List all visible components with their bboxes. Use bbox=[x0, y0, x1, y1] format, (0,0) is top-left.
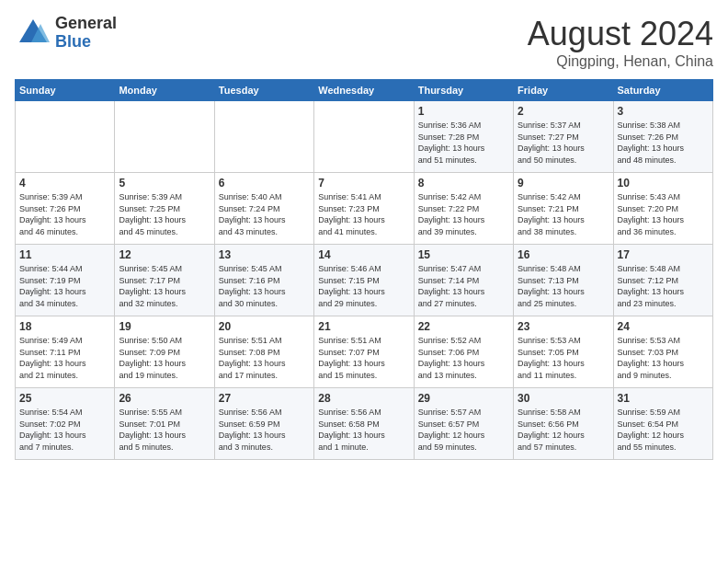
day-info: Sunrise: 5:42 AM Sunset: 7:22 PM Dayligh… bbox=[418, 191, 509, 237]
location-text: Qingping, Henan, China bbox=[528, 53, 713, 70]
weekday-header-wednesday: Wednesday bbox=[314, 80, 414, 101]
day-number: 30 bbox=[518, 392, 609, 405]
day-number: 20 bbox=[219, 320, 310, 333]
calendar-cell: 15Sunrise: 5:47 AM Sunset: 7:14 PM Dayli… bbox=[414, 245, 513, 316]
calendar-cell: 20Sunrise: 5:51 AM Sunset: 7:08 PM Dayli… bbox=[214, 316, 313, 388]
calendar-cell: 4Sunrise: 5:39 AM Sunset: 7:26 PM Daylig… bbox=[16, 173, 115, 245]
day-info: Sunrise: 5:52 AM Sunset: 7:06 PM Dayligh… bbox=[418, 335, 509, 381]
calendar-cell: 10Sunrise: 5:43 AM Sunset: 7:20 PM Dayli… bbox=[613, 173, 712, 245]
day-info: Sunrise: 5:53 AM Sunset: 7:05 PM Dayligh… bbox=[518, 335, 609, 381]
calendar-cell: 11Sunrise: 5:44 AM Sunset: 7:19 PM Dayli… bbox=[16, 245, 115, 316]
day-info: Sunrise: 5:57 AM Sunset: 6:57 PM Dayligh… bbox=[418, 407, 509, 453]
day-number: 7 bbox=[318, 177, 409, 190]
day-number: 8 bbox=[418, 177, 509, 190]
day-info: Sunrise: 5:56 AM Sunset: 6:58 PM Dayligh… bbox=[318, 407, 409, 453]
day-number: 15 bbox=[418, 248, 509, 261]
calendar-cell bbox=[115, 101, 214, 173]
weekday-header-thursday: Thursday bbox=[414, 80, 513, 101]
calendar-week-5: 25Sunrise: 5:54 AM Sunset: 7:02 PM Dayli… bbox=[16, 388, 713, 460]
calendar-cell: 18Sunrise: 5:49 AM Sunset: 7:11 PM Dayli… bbox=[16, 316, 115, 388]
day-number: 26 bbox=[119, 392, 210, 405]
calendar-cell: 22Sunrise: 5:52 AM Sunset: 7:06 PM Dayli… bbox=[414, 316, 513, 388]
day-info: Sunrise: 5:44 AM Sunset: 7:19 PM Dayligh… bbox=[19, 263, 110, 309]
month-title: August 2024 bbox=[528, 15, 713, 53]
day-info: Sunrise: 5:51 AM Sunset: 7:07 PM Dayligh… bbox=[318, 335, 409, 381]
day-number: 22 bbox=[418, 320, 509, 333]
day-info: Sunrise: 5:54 AM Sunset: 7:02 PM Dayligh… bbox=[19, 407, 110, 453]
day-info: Sunrise: 5:59 AM Sunset: 6:54 PM Dayligh… bbox=[618, 407, 709, 453]
page-header: General Blue August 2024 Qingping, Henan… bbox=[15, 15, 713, 70]
day-number: 4 bbox=[19, 177, 110, 190]
calendar-cell: 23Sunrise: 5:53 AM Sunset: 7:05 PM Dayli… bbox=[514, 316, 613, 388]
calendar-cell: 2Sunrise: 5:37 AM Sunset: 7:27 PM Daylig… bbox=[514, 101, 613, 173]
day-info: Sunrise: 5:37 AM Sunset: 7:27 PM Dayligh… bbox=[518, 120, 609, 166]
calendar-cell bbox=[16, 101, 115, 173]
day-number: 1 bbox=[418, 105, 509, 118]
day-info: Sunrise: 5:49 AM Sunset: 7:11 PM Dayligh… bbox=[19, 335, 110, 381]
calendar-week-3: 11Sunrise: 5:44 AM Sunset: 7:19 PM Dayli… bbox=[16, 245, 713, 316]
day-info: Sunrise: 5:51 AM Sunset: 7:08 PM Dayligh… bbox=[219, 335, 310, 381]
title-block: August 2024 Qingping, Henan, China bbox=[528, 15, 713, 70]
day-number: 19 bbox=[119, 320, 210, 333]
day-number: 31 bbox=[618, 392, 709, 405]
calendar-cell: 12Sunrise: 5:45 AM Sunset: 7:17 PM Dayli… bbox=[115, 245, 214, 316]
day-info: Sunrise: 5:56 AM Sunset: 6:59 PM Dayligh… bbox=[219, 407, 310, 453]
calendar-cell: 13Sunrise: 5:45 AM Sunset: 7:16 PM Dayli… bbox=[214, 245, 313, 316]
calendar-cell: 30Sunrise: 5:58 AM Sunset: 6:56 PM Dayli… bbox=[514, 388, 613, 460]
calendar-cell: 29Sunrise: 5:57 AM Sunset: 6:57 PM Dayli… bbox=[414, 388, 513, 460]
calendar-cell: 8Sunrise: 5:42 AM Sunset: 7:22 PM Daylig… bbox=[414, 173, 513, 245]
calendar-table: SundayMondayTuesdayWednesdayThursdayFrid… bbox=[15, 79, 713, 460]
day-info: Sunrise: 5:42 AM Sunset: 7:21 PM Dayligh… bbox=[518, 191, 609, 237]
day-info: Sunrise: 5:50 AM Sunset: 7:09 PM Dayligh… bbox=[119, 335, 210, 381]
day-info: Sunrise: 5:40 AM Sunset: 7:24 PM Dayligh… bbox=[219, 191, 310, 237]
weekday-header-sunday: Sunday bbox=[16, 80, 115, 101]
day-number: 21 bbox=[318, 320, 409, 333]
day-info: Sunrise: 5:58 AM Sunset: 6:56 PM Dayligh… bbox=[518, 407, 609, 453]
calendar-cell: 25Sunrise: 5:54 AM Sunset: 7:02 PM Dayli… bbox=[16, 388, 115, 460]
day-number: 27 bbox=[219, 392, 310, 405]
day-info: Sunrise: 5:47 AM Sunset: 7:14 PM Dayligh… bbox=[418, 263, 509, 309]
calendar-cell bbox=[214, 101, 313, 173]
weekday-header-monday: Monday bbox=[115, 80, 214, 101]
logo-icon bbox=[15, 15, 51, 52]
calendar-cell: 28Sunrise: 5:56 AM Sunset: 6:58 PM Dayli… bbox=[314, 388, 414, 460]
day-number: 12 bbox=[119, 248, 210, 261]
day-info: Sunrise: 5:55 AM Sunset: 7:01 PM Dayligh… bbox=[119, 407, 210, 453]
day-number: 28 bbox=[318, 392, 409, 405]
calendar-cell: 17Sunrise: 5:48 AM Sunset: 7:12 PM Dayli… bbox=[613, 245, 712, 316]
calendar-cell: 27Sunrise: 5:56 AM Sunset: 6:59 PM Dayli… bbox=[214, 388, 313, 460]
weekday-header-tuesday: Tuesday bbox=[214, 80, 313, 101]
day-info: Sunrise: 5:41 AM Sunset: 7:23 PM Dayligh… bbox=[318, 191, 409, 237]
day-number: 3 bbox=[618, 105, 709, 118]
day-info: Sunrise: 5:45 AM Sunset: 7:16 PM Dayligh… bbox=[219, 263, 310, 309]
day-info: Sunrise: 5:38 AM Sunset: 7:26 PM Dayligh… bbox=[618, 120, 709, 166]
calendar-cell: 3Sunrise: 5:38 AM Sunset: 7:26 PM Daylig… bbox=[613, 101, 712, 173]
day-number: 5 bbox=[119, 177, 210, 190]
weekday-header-row: SundayMondayTuesdayWednesdayThursdayFrid… bbox=[16, 80, 713, 101]
day-info: Sunrise: 5:48 AM Sunset: 7:12 PM Dayligh… bbox=[618, 263, 709, 309]
day-number: 24 bbox=[618, 320, 709, 333]
calendar-cell: 1Sunrise: 5:36 AM Sunset: 7:28 PM Daylig… bbox=[414, 101, 513, 173]
calendar-cell: 16Sunrise: 5:48 AM Sunset: 7:13 PM Dayli… bbox=[514, 245, 613, 316]
weekday-header-saturday: Saturday bbox=[613, 80, 712, 101]
calendar-cell: 31Sunrise: 5:59 AM Sunset: 6:54 PM Dayli… bbox=[613, 388, 712, 460]
day-info: Sunrise: 5:39 AM Sunset: 7:25 PM Dayligh… bbox=[119, 191, 210, 237]
calendar-cell: 9Sunrise: 5:42 AM Sunset: 7:21 PM Daylig… bbox=[514, 173, 613, 245]
weekday-header-friday: Friday bbox=[514, 80, 613, 101]
calendar-week-1: 1Sunrise: 5:36 AM Sunset: 7:28 PM Daylig… bbox=[16, 101, 713, 173]
day-info: Sunrise: 5:46 AM Sunset: 7:15 PM Dayligh… bbox=[318, 263, 409, 309]
day-number: 10 bbox=[618, 177, 709, 190]
day-number: 25 bbox=[19, 392, 110, 405]
day-number: 14 bbox=[318, 248, 409, 261]
day-info: Sunrise: 5:45 AM Sunset: 7:17 PM Dayligh… bbox=[119, 263, 210, 309]
day-info: Sunrise: 5:43 AM Sunset: 7:20 PM Dayligh… bbox=[618, 191, 709, 237]
day-number: 13 bbox=[219, 248, 310, 261]
calendar-cell bbox=[314, 101, 414, 173]
day-number: 23 bbox=[518, 320, 609, 333]
day-number: 29 bbox=[418, 392, 509, 405]
day-number: 2 bbox=[518, 105, 609, 118]
day-info: Sunrise: 5:53 AM Sunset: 7:03 PM Dayligh… bbox=[618, 335, 709, 381]
day-number: 17 bbox=[618, 248, 709, 261]
calendar-cell: 14Sunrise: 5:46 AM Sunset: 7:15 PM Dayli… bbox=[314, 245, 414, 316]
day-info: Sunrise: 5:48 AM Sunset: 7:13 PM Dayligh… bbox=[518, 263, 609, 309]
